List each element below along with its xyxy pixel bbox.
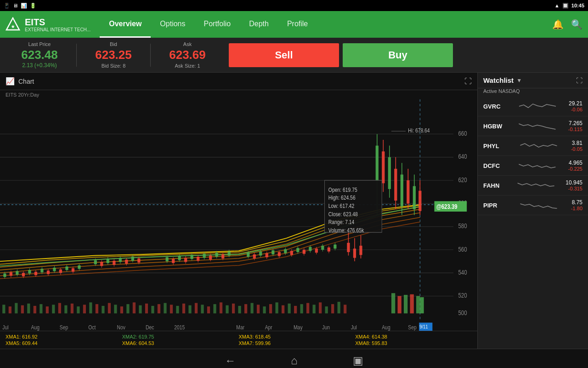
svg-rect-104 bbox=[100, 262, 103, 266]
last-price-group: Last Price 623.48 2.13 (+0.34%) bbox=[7, 41, 72, 69]
watchlist-item-hgbw[interactable]: HGBW 7.265 -0.115 bbox=[478, 116, 588, 136]
xma6-label: XMA6: 604.53 bbox=[122, 340, 239, 346]
time-display: 10:45 bbox=[571, 3, 584, 8]
watchlist-item-pipr[interactable]: PIPR 8.75 -1.80 bbox=[478, 196, 588, 215]
svg-rect-168 bbox=[334, 245, 336, 249]
nav-right: 🔔 🔍 bbox=[552, 19, 582, 30]
svg-rect-44 bbox=[195, 303, 198, 314]
wi-sparkline-dcfc bbox=[510, 159, 565, 172]
chart-expand-button[interactable]: ⛶ bbox=[464, 77, 472, 86]
brand-name: EITS bbox=[25, 17, 90, 27]
svg-rect-67 bbox=[338, 302, 340, 313]
wi-symbol-pipr: PIPR bbox=[483, 202, 506, 209]
bid-group: Bid 623.25 Bid Size: 8 bbox=[81, 41, 146, 69]
svg-rect-118 bbox=[166, 257, 169, 261]
svg-rect-166 bbox=[328, 247, 330, 252]
svg-rect-65 bbox=[325, 306, 328, 313]
watchlist-item-phyl[interactable]: PHYL 3.81 -0.05 bbox=[478, 136, 588, 156]
watchlist-expand-icon[interactable]: ⛶ bbox=[576, 77, 582, 84]
chart-svg-container[interactable]: Hi: 678.64 660 640 620 600 bbox=[0, 99, 477, 331]
ask-value: 623.69 bbox=[169, 48, 206, 62]
home-button[interactable]: ⌂ bbox=[291, 354, 298, 367]
brand-text: EITS EXTERNAL INTERNET TECH... bbox=[25, 17, 90, 32]
last-price-label: Last Price bbox=[28, 41, 51, 47]
xma1-label: XMA1: 616.92 bbox=[6, 334, 122, 339]
svg-rect-102 bbox=[94, 260, 97, 264]
wi-sparkline-gvrc bbox=[510, 99, 565, 113]
price-bar: Last Price 623.48 2.13 (+0.34%) Bid 623.… bbox=[0, 38, 588, 73]
svg-text:640: 640 bbox=[458, 153, 467, 160]
svg-rect-15 bbox=[15, 303, 17, 314]
svg-text:Nov: Nov bbox=[117, 324, 126, 330]
wi-sparkline-hgbw bbox=[510, 119, 565, 133]
svg-rect-21 bbox=[52, 305, 55, 313]
tab-options[interactable]: Options bbox=[151, 11, 194, 38]
main-area: 📈 Chart ⛶ EITS 20Yr:Day bbox=[0, 73, 588, 349]
tab-portfolio[interactable]: Portfolio bbox=[194, 11, 240, 38]
svg-rect-126 bbox=[191, 255, 193, 259]
chart-line-icon: 📈 bbox=[6, 77, 15, 86]
notification-icon[interactable]: 🔔 bbox=[552, 19, 564, 30]
svg-rect-30 bbox=[108, 303, 111, 314]
svg-rect-184 bbox=[394, 169, 397, 201]
svg-rect-63 bbox=[313, 305, 316, 313]
watchlist-item-fahn[interactable]: FAHN 10.945 -0.315 bbox=[478, 176, 588, 196]
svg-rect-32 bbox=[120, 306, 123, 313]
svg-rect-41 bbox=[176, 306, 179, 313]
tab-profile[interactable]: Profile bbox=[278, 11, 317, 38]
tab-overview[interactable]: Overview bbox=[100, 11, 151, 38]
svg-text:Oct: Oct bbox=[88, 324, 96, 330]
svg-rect-53 bbox=[250, 303, 253, 314]
svg-rect-108 bbox=[113, 261, 115, 265]
watchlist-subtitle: Active NASDAQ bbox=[478, 88, 588, 97]
watchlist-item-gvrc[interactable]: GVRC 29.21 -0.06 bbox=[478, 97, 588, 116]
svg-rect-48 bbox=[220, 302, 222, 313]
svg-rect-28 bbox=[96, 304, 98, 313]
chart-title-group: 📈 Chart bbox=[6, 77, 34, 86]
search-icon[interactable]: 🔍 bbox=[571, 19, 582, 30]
svg-rect-92 bbox=[53, 268, 56, 271]
svg-rect-68 bbox=[344, 305, 346, 313]
svg-rect-94 bbox=[59, 270, 62, 273]
svg-text:★: ★ bbox=[11, 24, 15, 29]
watchlist-dropdown-icon[interactable]: ▼ bbox=[516, 77, 522, 84]
svg-rect-34 bbox=[133, 302, 136, 313]
wi-prices-fahn: 10.945 -0.315 bbox=[565, 179, 582, 191]
svg-text:Dec: Dec bbox=[146, 324, 154, 330]
svg-rect-82 bbox=[22, 273, 25, 276]
svg-text:Hi: 678.64: Hi: 678.64 bbox=[408, 128, 430, 134]
svg-text:May: May bbox=[294, 324, 303, 330]
svg-rect-78 bbox=[10, 272, 12, 276]
svg-rect-69 bbox=[391, 293, 395, 313]
watchlist-item-dcfc[interactable]: DCFC 4.965 -0.225 bbox=[478, 156, 588, 176]
svg-rect-16 bbox=[21, 305, 24, 314]
svg-rect-176 bbox=[376, 146, 379, 180]
recent-apps-button[interactable]: ▣ bbox=[353, 354, 363, 367]
svg-rect-55 bbox=[263, 306, 266, 313]
svg-rect-59 bbox=[288, 304, 291, 313]
svg-rect-146 bbox=[266, 253, 268, 257]
svg-rect-19 bbox=[40, 304, 42, 313]
wi-symbol-phyl: PHYL bbox=[483, 143, 506, 150]
wi-sparkline-fahn bbox=[510, 178, 562, 192]
sell-button[interactable]: Sell bbox=[229, 43, 339, 67]
bid-label: Bid bbox=[110, 41, 117, 47]
svg-text:Sep: Sep bbox=[408, 324, 416, 330]
svg-rect-31 bbox=[114, 305, 117, 313]
buy-button[interactable]: Buy bbox=[343, 43, 453, 67]
svg-rect-36 bbox=[145, 304, 148, 313]
svg-text:High:   624.56: High: 624.56 bbox=[328, 195, 356, 201]
back-button[interactable]: ← bbox=[225, 354, 236, 367]
svg-rect-178 bbox=[382, 151, 384, 183]
wi-prices-phyl: 3.81 -0.05 bbox=[571, 140, 582, 152]
tab-depth[interactable]: Depth bbox=[240, 11, 278, 38]
svg-rect-46 bbox=[207, 306, 210, 313]
svg-rect-112 bbox=[125, 259, 128, 264]
svg-text:Aug: Aug bbox=[382, 324, 390, 330]
svg-rect-122 bbox=[178, 256, 181, 260]
brand-subtitle: EXTERNAL INTERNET TECH... bbox=[25, 27, 90, 32]
svg-text:560: 560 bbox=[458, 246, 467, 253]
svg-rect-124 bbox=[184, 258, 187, 262]
svg-rect-29 bbox=[102, 306, 104, 313]
wi-prices-pipr: 8.75 -1.80 bbox=[571, 199, 582, 211]
